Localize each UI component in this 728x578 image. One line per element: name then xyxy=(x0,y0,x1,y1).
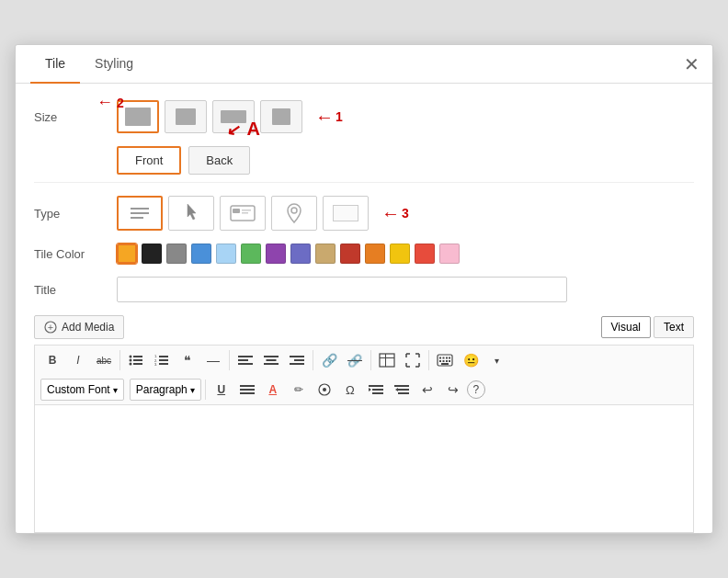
fullscreen-button[interactable] xyxy=(401,349,425,371)
text-button[interactable]: Text xyxy=(654,316,694,338)
color-swatch-violet[interactable] xyxy=(290,244,311,264)
svg-rect-44 xyxy=(240,385,255,387)
ul-icon xyxy=(129,354,143,367)
insert-table-button[interactable] xyxy=(375,349,399,371)
emoji-button[interactable]: 😐 xyxy=(459,349,483,371)
unlink-button[interactable]: 🔗 xyxy=(343,349,367,371)
svg-rect-11 xyxy=(133,356,142,357)
keyboard-button[interactable] xyxy=(433,349,457,371)
unordered-list-button[interactable] xyxy=(124,349,148,371)
font-color-button[interactable]: A xyxy=(261,379,285,401)
underline-button[interactable]: U xyxy=(210,379,233,401)
type-label: Type xyxy=(34,207,117,221)
svg-point-12 xyxy=(130,359,132,362)
type-btn-card[interactable] xyxy=(220,196,266,231)
back-button[interactable]: Back xyxy=(188,146,250,175)
bold-button[interactable]: B xyxy=(40,349,64,371)
type-btn-blank[interactable] xyxy=(323,196,369,231)
align-center-button[interactable] xyxy=(259,349,283,371)
svg-rect-41 xyxy=(446,360,448,362)
front-back-controls: Front Back xyxy=(117,146,250,175)
blockquote-button[interactable]: ❝ xyxy=(176,349,199,371)
svg-rect-35 xyxy=(439,357,441,359)
svg-rect-52 xyxy=(394,385,409,387)
help-button[interactable]: ? xyxy=(467,380,485,399)
color-swatch-tan[interactable] xyxy=(315,244,336,264)
tab-tile[interactable]: Tile xyxy=(30,45,80,84)
color-swatch-yellow[interactable] xyxy=(390,244,410,264)
size-btn-4[interactable] xyxy=(260,100,302,133)
redo-button[interactable]: ↪ xyxy=(441,379,465,401)
type-btn-click[interactable] xyxy=(168,196,214,231)
add-media-icon: + xyxy=(44,321,57,334)
svg-rect-15 xyxy=(133,363,142,365)
type-btn-location[interactable] xyxy=(271,196,317,231)
emoji-dropdown-button[interactable]: ▾ xyxy=(484,349,508,371)
svg-rect-27 xyxy=(264,363,279,365)
font-select[interactable]: Custom Font ▾ xyxy=(40,379,124,401)
text-lines-icon xyxy=(129,205,151,221)
color-swatch-blue[interactable] xyxy=(191,244,211,264)
paragraph-dropdown-icon: ▾ xyxy=(190,385,195,395)
modal-container: Tile Styling ✕ Size xyxy=(15,44,713,534)
tab-styling[interactable]: Styling xyxy=(80,45,148,84)
color-swatch-gray[interactable] xyxy=(166,244,187,264)
strikethrough-button[interactable]: abc xyxy=(92,349,116,371)
italic-button[interactable]: I xyxy=(66,349,90,371)
toolbar-sep5 xyxy=(428,350,429,370)
editor-content-area[interactable] xyxy=(34,404,694,533)
indent-icon xyxy=(369,383,383,396)
title-input[interactable] xyxy=(117,277,567,302)
svg-rect-36 xyxy=(443,357,445,359)
align-left-button[interactable] xyxy=(233,349,257,371)
svg-rect-23 xyxy=(238,359,248,361)
paragraph-select[interactable]: Paragraph ▾ xyxy=(130,379,201,401)
color-swatch-light-blue[interactable] xyxy=(216,244,236,264)
size-btn-2[interactable] xyxy=(165,100,207,133)
svg-rect-33 xyxy=(385,354,386,367)
add-media-button[interactable]: + Add Media xyxy=(34,315,124,339)
color-swatch-purple[interactable] xyxy=(266,244,286,264)
color-swatch-black[interactable] xyxy=(142,244,162,264)
svg-point-48 xyxy=(323,388,326,391)
color-swatch-orange[interactable] xyxy=(117,244,137,264)
size-btn-3[interactable] xyxy=(212,100,255,133)
visual-button[interactable]: Visual xyxy=(601,316,651,338)
svg-rect-25 xyxy=(264,356,279,357)
svg-rect-5 xyxy=(242,210,251,211)
ordered-list-button[interactable]: 1. 2. 3. xyxy=(150,349,174,371)
custom1-button[interactable] xyxy=(313,379,336,401)
highlight-button[interactable]: ✏ xyxy=(287,379,311,401)
close-button[interactable]: ✕ xyxy=(684,55,700,74)
ol-icon: 1. 2. 3. xyxy=(154,354,169,367)
svg-rect-46 xyxy=(240,392,255,394)
media-row: + Add Media Visual Text xyxy=(34,315,694,339)
svg-rect-0 xyxy=(131,208,149,210)
color-swatch-red[interactable] xyxy=(415,244,435,264)
font-dropdown-icon: ▾ xyxy=(113,385,118,395)
hr-button[interactable]: — xyxy=(201,349,225,371)
align-right-button[interactable] xyxy=(285,349,309,371)
color-swatch-pink[interactable] xyxy=(439,244,460,264)
svg-rect-2 xyxy=(131,217,143,219)
undo-button[interactable]: ↩ xyxy=(415,379,439,401)
toolbar-row2: Custom Font ▾ Paragraph ▾ U A ✏ xyxy=(34,375,694,404)
tile-color-row: Tile Color xyxy=(34,244,694,264)
type-btn-text[interactable] xyxy=(117,196,163,231)
indent-button[interactable] xyxy=(364,379,388,401)
front-button[interactable]: Front xyxy=(117,146,181,175)
svg-rect-32 xyxy=(380,357,394,358)
color-swatch-dark-orange[interactable] xyxy=(365,244,385,264)
outdent-button[interactable] xyxy=(390,379,414,401)
color-swatches xyxy=(117,244,460,264)
justify-button[interactable] xyxy=(235,379,259,401)
link-button[interactable]: 🔗 xyxy=(317,349,341,371)
svg-rect-39 xyxy=(439,360,441,362)
justify-icon xyxy=(240,383,255,396)
svg-rect-50 xyxy=(372,389,383,391)
align-left-icon xyxy=(238,354,253,367)
color-swatch-green[interactable] xyxy=(241,244,261,264)
omega-button[interactable]: Ω xyxy=(338,379,362,401)
svg-rect-42 xyxy=(449,360,450,362)
color-swatch-dark-red[interactable] xyxy=(340,244,360,264)
